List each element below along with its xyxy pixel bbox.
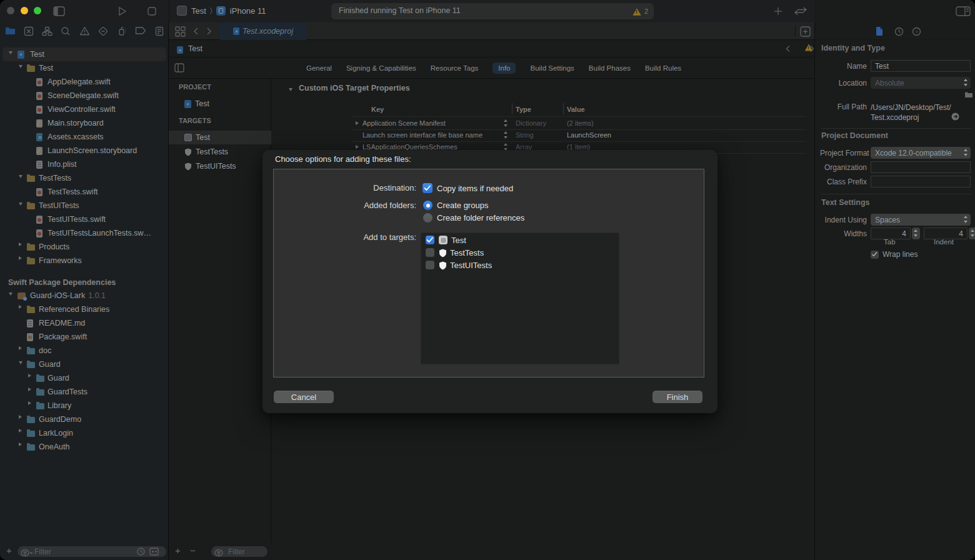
tree-item[interactable]: Guard — [0, 371, 169, 385]
tree-item[interactable]: doc — [0, 344, 169, 358]
tree-item[interactable]: Guard — [0, 358, 169, 371]
project-navigator-icon[interactable] — [5, 26, 16, 36]
targets-filter-field[interactable]: Filter — [211, 546, 268, 557]
indent-width-stepper[interactable] — [969, 228, 975, 239]
tree-item[interactable]: LarkLogin — [0, 426, 169, 440]
organization-field[interactable] — [871, 161, 971, 173]
chevron-down-icon[interactable] — [19, 197, 25, 211]
file-inspector-icon[interactable] — [875, 26, 884, 36]
filter-scope-icon[interactable] — [149, 548, 159, 556]
name-field[interactable]: Test — [871, 60, 971, 72]
copy-items-checkbox[interactable] — [422, 183, 432, 193]
tree-item[interactable]: ViewController.swift — [0, 102, 169, 116]
add-target-icon[interactable]: + — [175, 545, 181, 556]
source-control-navigator-icon[interactable] — [24, 26, 34, 36]
prev-issue-icon[interactable] — [785, 45, 791, 52]
breakpoint-navigator-icon[interactable] — [135, 26, 146, 35]
find-navigator-icon[interactable] — [61, 26, 71, 36]
editor-tab-build-settings[interactable]: Build Settings — [530, 64, 574, 72]
add-file-icon[interactable]: + — [6, 545, 12, 556]
indent-using-dropdown[interactable]: Spaces — [871, 214, 971, 226]
warning-badge[interactable]: 2 — [632, 7, 648, 18]
chevron-right-icon[interactable] — [19, 251, 25, 265]
sidebar-item-testuitests[interactable]: TestUITests — [169, 159, 271, 173]
target-row-testtests[interactable]: TestTests — [421, 246, 619, 259]
tab-width-stepper[interactable] — [912, 228, 920, 239]
navigator-filter-field[interactable]: Filter — [18, 546, 166, 557]
tree-item[interactable]: README.md — [0, 316, 169, 330]
chevron-down-icon[interactable] — [9, 46, 15, 59]
checkbox-unchecked[interactable] — [426, 248, 434, 257]
related-items-icon[interactable] — [175, 26, 186, 37]
chevron-right-icon[interactable] — [19, 341, 25, 355]
target-row-testuitests[interactable]: TestUITests — [421, 259, 619, 271]
target-row-test[interactable]: Test — [421, 234, 619, 246]
tree-item[interactable]: Referenced Binaries — [0, 302, 169, 316]
remove-target-icon[interactable]: − — [190, 545, 196, 556]
chevron-right-icon[interactable] — [356, 118, 362, 129]
stepper-icon[interactable] — [503, 131, 508, 139]
property-row[interactable]: Application Scene ManifestDictionary(2 i… — [352, 118, 806, 129]
chevron-right-icon[interactable] — [19, 300, 25, 314]
finish-button[interactable]: Finish — [652, 391, 702, 403]
editor-tab-info[interactable]: Info — [492, 62, 516, 74]
editor-tab-build-phases[interactable]: Build Phases — [589, 64, 631, 72]
editor-tab-general[interactable]: General — [306, 64, 332, 72]
toggle-navigator-icon[interactable] — [53, 6, 65, 16]
chevron-right-icon[interactable] — [28, 396, 34, 410]
tree-item[interactable]: LaunchScreen.storyboard — [0, 144, 169, 158]
history-inspector-icon[interactable] — [894, 27, 904, 36]
chevron-right-icon[interactable] — [28, 382, 34, 396]
tree-item[interactable]: OneAuth — [0, 440, 169, 454]
chevron-right-icon[interactable] — [19, 438, 25, 451]
tree-item[interactable]: Package.swift — [0, 330, 169, 344]
add-editor-library-icon[interactable] — [774, 7, 782, 16]
class-prefix-field[interactable] — [871, 176, 971, 188]
property-row[interactable]: Launch screen interface file base nameSt… — [352, 129, 806, 141]
zoom-button[interactable] — [34, 7, 41, 14]
tree-item[interactable]: Frameworks — [0, 254, 169, 268]
tree-item[interactable]: Guard-iOS-Lark1.0.1 — [0, 289, 169, 302]
chevron-right-icon[interactable] — [19, 410, 25, 424]
add-editor-icon[interactable] — [800, 26, 811, 37]
tree-item[interactable]: Assets.xcassets — [0, 130, 169, 144]
sidebar-item-testtests[interactable]: TestTests — [169, 145, 271, 159]
checkbox-unchecked[interactable] — [426, 261, 434, 269]
project-format-dropdown[interactable]: Xcode 12.0-compatible — [871, 147, 971, 159]
tree-item[interactable]: Test — [0, 61, 169, 75]
forward-icon[interactable] — [206, 27, 212, 36]
tree-item[interactable]: GuardTests — [0, 385, 169, 399]
close-button[interactable] — [7, 7, 14, 14]
chevron-down-icon[interactable] — [19, 169, 25, 183]
tree-item[interactable]: TestUITests — [0, 199, 169, 212]
tree-item[interactable]: Products — [0, 240, 169, 254]
jump-bar-item[interactable]: Test — [188, 44, 202, 53]
tree-item[interactable]: TestUITestsLaunchTests.sw… — [0, 226, 169, 240]
folder-icon[interactable] — [964, 91, 973, 98]
chevron-right-icon[interactable] — [19, 424, 25, 438]
tree-item[interactable]: TestTests — [0, 171, 169, 185]
editor-tab[interactable]: Test.xcodeproj — [220, 22, 306, 40]
back-icon[interactable] — [192, 27, 199, 36]
test-navigator-icon[interactable] — [98, 26, 108, 36]
location-dropdown[interactable]: Absolute — [871, 77, 971, 89]
recent-files-icon[interactable] — [137, 548, 145, 556]
wrap-lines-checkbox[interactable] — [871, 251, 879, 259]
stop-button[interactable] — [148, 7, 156, 16]
checkbox-checked[interactable] — [426, 236, 434, 244]
chevron-down-icon[interactable] — [19, 356, 25, 369]
tree-item[interactable]: GuardDemo — [0, 412, 169, 426]
radio-selected[interactable] — [423, 201, 432, 210]
sidebar-item-test[interactable]: Test — [169, 97, 271, 111]
radio-unselected[interactable] — [423, 213, 432, 222]
tree-item[interactable]: Info.plist — [0, 158, 169, 171]
scheme-selector[interactable]: Test 〉 iPhone 11 — [177, 6, 266, 16]
editor-swap-icon[interactable] — [792, 6, 809, 16]
chevron-right-icon[interactable] — [28, 369, 34, 382]
sidebar-item-test[interactable]: Test — [169, 131, 271, 144]
tree-item[interactable]: Library — [0, 399, 169, 412]
tree-item[interactable]: TestUITests.swift — [0, 212, 169, 226]
help-inspector-icon[interactable]: ? — [912, 27, 921, 36]
tree-item[interactable]: SceneDelegate.swift — [0, 89, 169, 102]
editor-tab-signing-capabilities[interactable]: Signing & Capabilities — [346, 64, 416, 72]
